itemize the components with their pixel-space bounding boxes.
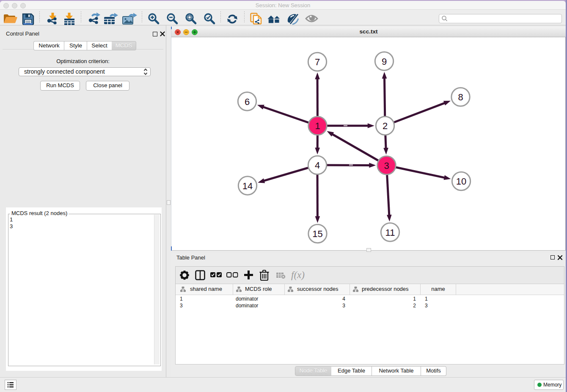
svg-text:9: 9 (382, 56, 387, 67)
svg-text:10: 10 (456, 176, 466, 187)
svg-text:11: 11 (385, 227, 395, 238)
svg-text:1: 1 (315, 121, 320, 131)
svg-text:8: 8 (458, 92, 463, 102)
svg-text:6: 6 (245, 97, 250, 107)
svg-text:15: 15 (312, 229, 322, 239)
svg-text:4: 4 (315, 160, 320, 171)
svg-text:f(x): f(x) (291, 270, 305, 280)
svg-text:7: 7 (315, 57, 320, 67)
svg-text:3: 3 (384, 160, 389, 171)
svg-text:2: 2 (383, 121, 388, 131)
svg-text:14: 14 (242, 181, 253, 191)
